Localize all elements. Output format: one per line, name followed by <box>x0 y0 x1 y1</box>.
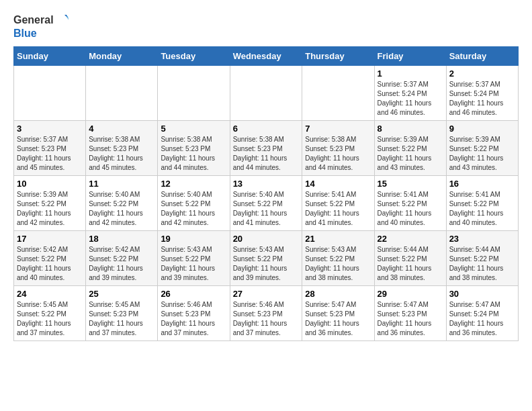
calendar-cell: 4Sunrise: 5:38 AM Sunset: 5:23 PM Daylig… <box>86 121 158 176</box>
day-number: 4 <box>89 124 154 134</box>
day-number: 16 <box>449 179 515 189</box>
day-info: Sunrise: 5:42 AM Sunset: 5:22 PM Dayligh… <box>17 245 83 283</box>
calendar-cell: 16Sunrise: 5:41 AM Sunset: 5:22 PM Dayli… <box>446 176 518 231</box>
day-info: Sunrise: 5:45 AM Sunset: 5:22 PM Dayligh… <box>17 300 83 338</box>
day-number: 7 <box>305 124 371 134</box>
day-info: Sunrise: 5:37 AM Sunset: 5:24 PM Dayligh… <box>449 80 515 118</box>
calendar-cell: 20Sunrise: 5:43 AM Sunset: 5:22 PM Dayli… <box>230 231 302 286</box>
calendar-cell: 3Sunrise: 5:37 AM Sunset: 5:23 PM Daylig… <box>14 121 86 176</box>
day-number: 13 <box>233 179 300 189</box>
calendar-cell: 25Sunrise: 5:45 AM Sunset: 5:23 PM Dayli… <box>86 286 158 341</box>
day-number: 15 <box>378 179 443 189</box>
logo-general-text: General <box>13 13 54 26</box>
day-info: Sunrise: 5:38 AM Sunset: 5:23 PM Dayligh… <box>305 135 371 173</box>
calendar-cell: 15Sunrise: 5:41 AM Sunset: 5:22 PM Dayli… <box>374 176 446 231</box>
calendar-cell: 24Sunrise: 5:45 AM Sunset: 5:22 PM Dayli… <box>14 286 86 341</box>
calendar-week-4: 24Sunrise: 5:45 AM Sunset: 5:22 PM Dayli… <box>14 286 519 341</box>
day-number: 29 <box>378 289 443 299</box>
header: General Blue <box>13 13 519 40</box>
day-info: Sunrise: 5:43 AM Sunset: 5:22 PM Dayligh… <box>161 245 226 283</box>
header-day-saturday: Saturday <box>446 47 518 66</box>
day-number: 19 <box>161 234 226 244</box>
calendar-cell: 5Sunrise: 5:38 AM Sunset: 5:23 PM Daylig… <box>158 121 230 176</box>
calendar-cell: 7Sunrise: 5:38 AM Sunset: 5:23 PM Daylig… <box>302 121 374 176</box>
calendar-body: 1Sunrise: 5:37 AM Sunset: 5:24 PM Daylig… <box>14 66 519 341</box>
calendar-cell: 23Sunrise: 5:44 AM Sunset: 5:22 PM Dayli… <box>446 231 518 286</box>
logo: General Blue <box>13 13 69 40</box>
header-day-sunday: Sunday <box>14 47 86 66</box>
calendar-cell <box>230 66 302 121</box>
day-info: Sunrise: 5:47 AM Sunset: 5:24 PM Dayligh… <box>449 300 515 338</box>
calendar-week-3: 17Sunrise: 5:42 AM Sunset: 5:22 PM Dayli… <box>14 231 519 286</box>
day-info: Sunrise: 5:39 AM Sunset: 5:22 PM Dayligh… <box>17 190 83 228</box>
day-number: 18 <box>89 234 154 244</box>
day-info: Sunrise: 5:42 AM Sunset: 5:22 PM Dayligh… <box>89 245 154 283</box>
day-info: Sunrise: 5:38 AM Sunset: 5:23 PM Dayligh… <box>161 135 226 173</box>
calendar-cell: 2Sunrise: 5:37 AM Sunset: 5:24 PM Daylig… <box>446 66 518 121</box>
header-day-monday: Monday <box>86 47 158 66</box>
day-info: Sunrise: 5:41 AM Sunset: 5:22 PM Dayligh… <box>305 190 371 228</box>
day-info: Sunrise: 5:43 AM Sunset: 5:22 PM Dayligh… <box>233 245 300 283</box>
day-info: Sunrise: 5:41 AM Sunset: 5:22 PM Dayligh… <box>449 190 515 228</box>
calendar-table: SundayMondayTuesdayWednesdayThursdayFrid… <box>13 46 519 341</box>
header-day-wednesday: Wednesday <box>230 47 302 66</box>
day-number: 6 <box>233 124 300 134</box>
calendar-cell: 9Sunrise: 5:39 AM Sunset: 5:22 PM Daylig… <box>446 121 518 176</box>
day-info: Sunrise: 5:45 AM Sunset: 5:23 PM Dayligh… <box>89 300 154 338</box>
header-day-friday: Friday <box>374 47 446 66</box>
day-info: Sunrise: 5:47 AM Sunset: 5:23 PM Dayligh… <box>305 300 371 338</box>
day-info: Sunrise: 5:46 AM Sunset: 5:23 PM Dayligh… <box>161 300 226 338</box>
calendar-cell: 8Sunrise: 5:39 AM Sunset: 5:22 PM Daylig… <box>374 121 446 176</box>
calendar-cell: 27Sunrise: 5:46 AM Sunset: 5:23 PM Dayli… <box>230 286 302 341</box>
day-info: Sunrise: 5:37 AM Sunset: 5:23 PM Dayligh… <box>17 135 83 173</box>
calendar-cell: 13Sunrise: 5:40 AM Sunset: 5:22 PM Dayli… <box>230 176 302 231</box>
day-info: Sunrise: 5:39 AM Sunset: 5:22 PM Dayligh… <box>378 135 443 173</box>
day-info: Sunrise: 5:44 AM Sunset: 5:22 PM Dayligh… <box>449 245 515 283</box>
calendar-cell <box>158 66 230 121</box>
day-info: Sunrise: 5:47 AM Sunset: 5:23 PM Dayligh… <box>378 300 443 338</box>
calendar-cell: 10Sunrise: 5:39 AM Sunset: 5:22 PM Dayli… <box>14 176 86 231</box>
day-number: 28 <box>305 289 371 299</box>
day-number: 30 <box>449 289 515 299</box>
day-info: Sunrise: 5:38 AM Sunset: 5:23 PM Dayligh… <box>233 135 300 173</box>
calendar-cell: 22Sunrise: 5:44 AM Sunset: 5:22 PM Dayli… <box>374 231 446 286</box>
calendar-week-0: 1Sunrise: 5:37 AM Sunset: 5:24 PM Daylig… <box>14 66 519 121</box>
logo-bird-icon <box>55 13 69 27</box>
day-info: Sunrise: 5:40 AM Sunset: 5:22 PM Dayligh… <box>161 190 226 228</box>
day-info: Sunrise: 5:40 AM Sunset: 5:22 PM Dayligh… <box>89 190 154 228</box>
calendar-cell: 1Sunrise: 5:37 AM Sunset: 5:24 PM Daylig… <box>374 66 446 121</box>
calendar-cell: 29Sunrise: 5:47 AM Sunset: 5:23 PM Dayli… <box>374 286 446 341</box>
calendar-cell: 17Sunrise: 5:42 AM Sunset: 5:22 PM Dayli… <box>14 231 86 286</box>
calendar-cell <box>14 66 86 121</box>
day-number: 11 <box>89 179 154 189</box>
day-number: 21 <box>305 234 371 244</box>
day-number: 8 <box>378 124 443 134</box>
header-day-thursday: Thursday <box>302 47 374 66</box>
calendar-cell: 19Sunrise: 5:43 AM Sunset: 5:22 PM Dayli… <box>158 231 230 286</box>
header-row: SundayMondayTuesdayWednesdayThursdayFrid… <box>14 47 519 66</box>
calendar-cell: 6Sunrise: 5:38 AM Sunset: 5:23 PM Daylig… <box>230 121 302 176</box>
calendar-cell: 14Sunrise: 5:41 AM Sunset: 5:22 PM Dayli… <box>302 176 374 231</box>
header-day-tuesday: Tuesday <box>158 47 230 66</box>
day-info: Sunrise: 5:43 AM Sunset: 5:22 PM Dayligh… <box>305 245 371 283</box>
day-number: 26 <box>161 289 226 299</box>
day-info: Sunrise: 5:44 AM Sunset: 5:22 PM Dayligh… <box>378 245 443 283</box>
day-number: 25 <box>89 289 154 299</box>
day-number: 27 <box>233 289 300 299</box>
day-number: 12 <box>161 179 226 189</box>
day-number: 10 <box>17 179 83 189</box>
day-info: Sunrise: 5:41 AM Sunset: 5:22 PM Dayligh… <box>378 190 443 228</box>
day-number: 22 <box>378 234 443 244</box>
day-info: Sunrise: 5:39 AM Sunset: 5:22 PM Dayligh… <box>449 135 515 173</box>
calendar-cell <box>86 66 158 121</box>
day-number: 23 <box>449 234 515 244</box>
day-number: 14 <box>305 179 371 189</box>
day-info: Sunrise: 5:37 AM Sunset: 5:24 PM Dayligh… <box>378 80 443 118</box>
day-info: Sunrise: 5:40 AM Sunset: 5:22 PM Dayligh… <box>233 190 300 228</box>
calendar-cell: 21Sunrise: 5:43 AM Sunset: 5:22 PM Dayli… <box>302 231 374 286</box>
calendar-cell: 18Sunrise: 5:42 AM Sunset: 5:22 PM Dayli… <box>86 231 158 286</box>
day-number: 5 <box>161 124 226 134</box>
calendar-cell <box>302 66 374 121</box>
logo-blue-text: Blue <box>13 27 37 40</box>
calendar-cell: 28Sunrise: 5:47 AM Sunset: 5:23 PM Dayli… <box>302 286 374 341</box>
